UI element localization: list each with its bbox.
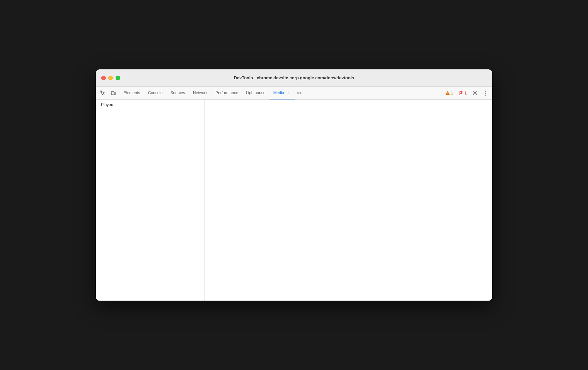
svg-text:!: ! [447, 92, 448, 95]
more-options-button[interactable] [481, 89, 490, 98]
tab-sources[interactable]: Sources [166, 87, 189, 99]
gear-icon [472, 91, 478, 96]
close-button[interactable] [101, 76, 106, 80]
window-title: DevTools - chrome.devsite.corp.google.co… [234, 75, 354, 80]
tab-console[interactable]: Console [144, 87, 166, 99]
error-badge-button[interactable]: 1 [457, 90, 469, 96]
warning-triangle-icon: ! [445, 91, 450, 95]
svg-point-9 [485, 94, 486, 95]
players-header: Players [96, 100, 204, 110]
svg-rect-3 [114, 92, 116, 95]
tab-performance[interactable]: Performance [211, 87, 242, 99]
inspect-icon [100, 91, 105, 96]
devtools-window: DevTools - chrome.devsite.corp.google.co… [96, 69, 492, 301]
tab-lighthouse[interactable]: Lighthouse [242, 87, 270, 99]
minimize-button[interactable] [108, 76, 113, 80]
flag-icon [459, 91, 463, 95]
maximize-button[interactable] [116, 76, 120, 80]
svg-point-8 [485, 92, 486, 93]
tab-network[interactable]: Network [189, 87, 211, 99]
toolbar-right: ! 1 1 [443, 89, 490, 98]
main-panel [205, 100, 492, 301]
warning-badge-button[interactable]: ! 1 [443, 90, 456, 96]
sidebar: Players [96, 100, 205, 301]
toolbar-icons [98, 88, 118, 98]
content-area: Players [96, 100, 492, 301]
toolbar: Elements Console Sources Network Perform… [96, 87, 492, 100]
more-tabs-button[interactable]: >> [295, 91, 304, 95]
ellipsis-icon [485, 91, 486, 96]
inspect-element-button[interactable] [98, 88, 108, 98]
settings-button[interactable] [470, 89, 480, 98]
tabs: Elements Console Sources Network Perform… [120, 87, 443, 99]
title-bar: DevTools - chrome.devsite.corp.google.co… [96, 69, 492, 87]
device-toggle-button[interactable] [108, 88, 118, 98]
tab-media[interactable]: Media × [270, 87, 295, 99]
tab-elements[interactable]: Elements [120, 87, 144, 99]
device-icon [111, 91, 116, 96]
traffic-lights [101, 76, 120, 80]
svg-point-7 [485, 91, 486, 92]
tab-media-close[interactable]: × [286, 91, 291, 95]
svg-point-6 [474, 92, 476, 94]
svg-line-0 [103, 93, 104, 95]
